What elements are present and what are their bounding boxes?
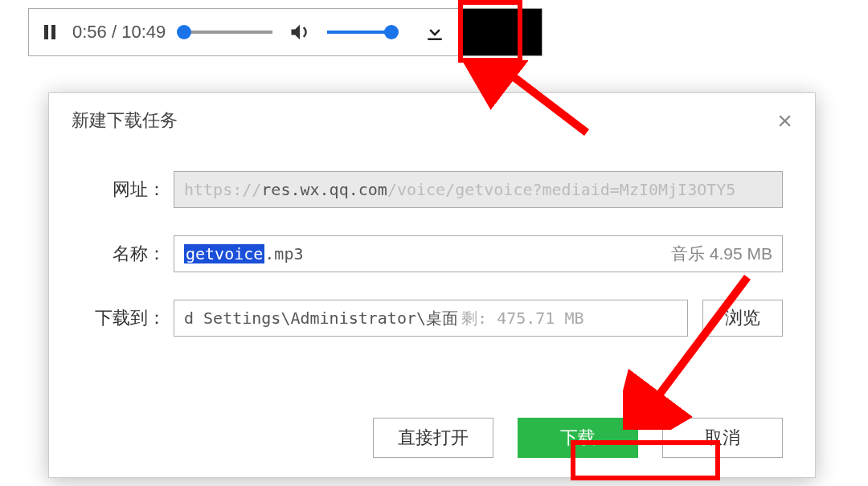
svg-rect-2	[428, 39, 442, 41]
volume-icon	[289, 21, 311, 43]
url-prefix: https://	[184, 180, 261, 199]
download-dialog: 新建下载任务 × 网址： https:// res.wx.qq.com /voi…	[48, 92, 816, 478]
cancel-button[interactable]: 取消	[662, 418, 783, 458]
playback-time: 0:56 / 10:49	[72, 22, 166, 43]
browse-button[interactable]: 浏览	[702, 300, 783, 337]
download-button[interactable]	[407, 9, 462, 55]
url-host: res.wx.qq.com	[261, 180, 387, 199]
name-label: 名称：	[81, 242, 166, 266]
file-meta: 音乐 4.95 MB	[671, 243, 772, 265]
download-confirm-button[interactable]: 下载	[518, 418, 638, 458]
player-tail	[462, 9, 542, 55]
dialog-title: 新建下载任务	[72, 108, 178, 133]
url-row: 网址： https:// res.wx.qq.com /voice/getvoi…	[81, 171, 783, 208]
dialog-buttons: 直接打开 下载 取消	[373, 418, 783, 458]
volume-button[interactable]	[289, 21, 311, 43]
path-value: d Settings\Administrator\桌面	[184, 308, 458, 329]
path-row: 下载到： d Settings\Administrator\桌面 剩: 475.…	[81, 300, 783, 337]
url-suffix: /voice/getvoice?mediaid=MzI0MjI3OTY5	[387, 180, 735, 199]
file-type: 音乐	[671, 244, 705, 263]
seek-track[interactable]	[180, 31, 272, 34]
dialog-header: 新建下载任务 ×	[49, 93, 815, 143]
name-row: 名称： getvoice.mp3 音乐 4.95 MB	[81, 235, 783, 272]
name-ext: .mp3	[264, 244, 303, 263]
volume-thumb[interactable]	[384, 25, 399, 39]
path-label: 下载到：	[81, 306, 166, 330]
seek-thumb[interactable]	[177, 25, 191, 39]
open-direct-button[interactable]: 直接打开	[373, 418, 493, 458]
close-button[interactable]: ×	[777, 108, 792, 133]
volume-track[interactable]	[327, 31, 391, 34]
url-field[interactable]: https:// res.wx.qq.com /voice/getvoice?m…	[174, 171, 783, 208]
name-field[interactable]: getvoice.mp3 音乐 4.95 MB	[174, 235, 783, 272]
download-icon	[423, 20, 447, 44]
svg-rect-0	[44, 25, 48, 39]
svg-rect-1	[51, 25, 55, 39]
path-field[interactable]: d Settings\Administrator\桌面 剩: 475.71 MB	[174, 300, 688, 337]
pause-icon	[40, 22, 59, 42]
path-remaining: 剩: 475.71 MB	[461, 308, 583, 329]
url-label: 网址：	[81, 178, 166, 202]
pause-button[interactable]	[39, 21, 61, 43]
file-size: 4.95 MB	[710, 244, 772, 263]
name-selected: getvoice	[184, 244, 264, 263]
audio-player-bar: 0:56 / 10:49	[28, 8, 542, 56]
